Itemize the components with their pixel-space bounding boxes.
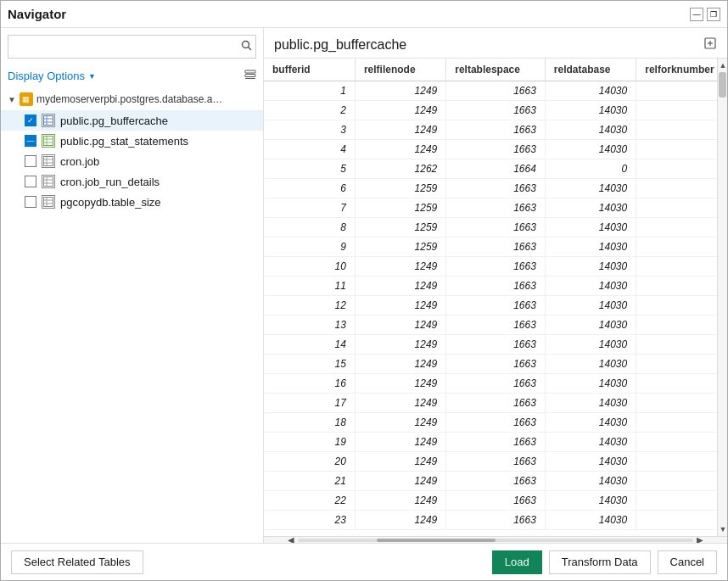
table-row: 5126216640	[264, 159, 717, 179]
tree-item-pg-buffercache[interactable]: ✓ public.pg_buffercache	[1, 110, 263, 131]
table-cell: 17	[264, 394, 355, 413]
table-cell: 1663	[446, 101, 546, 120]
col-reldatabase: reldatabase	[545, 59, 636, 81]
table-cell: 14030	[545, 472, 636, 491]
table-cell: 1262	[355, 159, 445, 179]
table-cell	[636, 277, 717, 296]
table-cell	[636, 237, 717, 257]
table-row: 211249166314030	[264, 472, 717, 491]
checkbox-cron-job-run[interactable]	[25, 176, 36, 187]
table-cell	[636, 394, 717, 413]
table-cell	[636, 335, 717, 355]
checkbox-pg-stat-statements[interactable]: —	[25, 135, 36, 147]
table-cell: 1663	[446, 316, 546, 335]
table-cell: 14030	[545, 511, 636, 530]
search-icon	[241, 40, 252, 53]
scroll-right-button[interactable]: ▶	[693, 535, 707, 543]
restore-button[interactable]: ❐	[707, 8, 720, 21]
table-row: 221249166314030	[264, 491, 717, 511]
table-row: 181249166314030	[264, 413, 717, 433]
svg-rect-9	[44, 137, 53, 146]
chevron-down-icon: ▼	[88, 72, 96, 81]
display-options-button[interactable]: Display Options ▼	[8, 70, 96, 82]
table-row: 91259166314030	[264, 237, 717, 257]
svg-rect-13	[44, 157, 53, 166]
table-cell: 23	[264, 511, 355, 530]
footer: Select Related Tables Load Transform Dat…	[1, 543, 727, 580]
table-cell: 1663	[446, 218, 546, 237]
table-cell: 14030	[545, 140, 636, 159]
table-icon-pg-stat-statements	[42, 134, 55, 148]
table-cell: 1663	[446, 472, 546, 491]
table-cell: 1249	[355, 120, 445, 140]
window-controls: — ❐	[690, 8, 720, 21]
preview-export-icon[interactable]	[703, 36, 717, 53]
tree-server[interactable]: ▼ ▦ mydemoserverpbi.postgres.database.az…	[1, 88, 263, 110]
load-button[interactable]: Load	[492, 550, 542, 574]
checkbox-cron-job[interactable]	[25, 155, 36, 167]
table-cell	[636, 159, 717, 179]
scroll-left-button[interactable]: ◀	[284, 535, 298, 543]
search-box	[8, 35, 256, 59]
table-cell	[636, 452, 717, 472]
search-input[interactable]	[8, 35, 256, 59]
table-row: 201249166314030	[264, 452, 717, 472]
vertical-scrollbar[interactable]: ▲ ▼	[717, 59, 727, 536]
select-related-tables-button[interactable]: Select Related Tables	[11, 550, 143, 574]
server-label: mydemoserverpbi.postgres.database.azure.…	[36, 93, 223, 105]
minimize-button[interactable]: —	[690, 8, 703, 21]
data-table-container[interactable]: bufferid relfilenode reltablespace relda…	[264, 58, 727, 536]
checkbox-pgcopydb[interactable]	[25, 196, 36, 208]
col-reltablespace: reltablespace	[446, 59, 546, 81]
table-cell: 1663	[446, 491, 546, 511]
tree-item-cron-job-run[interactable]: cron.job_run_details	[1, 171, 263, 192]
table-cell: 1249	[355, 472, 445, 491]
table-cell: 1249	[355, 81, 445, 101]
table-cell	[636, 101, 717, 120]
table-cell: 14030	[545, 296, 636, 316]
table-cell	[636, 257, 717, 277]
table-cell: 14030	[545, 237, 636, 257]
horizontal-scrollbar[interactable]: ◀ ▶	[264, 536, 727, 543]
server-icon: ▦	[20, 92, 33, 106]
svg-rect-4	[245, 78, 255, 79]
table-cell: 1249	[355, 433, 445, 452]
table-cell: 14030	[545, 452, 636, 472]
nav-icon-button[interactable]	[244, 69, 256, 83]
table-row: 11249166314030	[264, 81, 717, 101]
table-cell: 14030	[545, 257, 636, 277]
table-cell: 1	[264, 81, 355, 101]
tree-item-pg-stat-statements[interactable]: — public.pg_stat_statements	[1, 131, 263, 151]
table-row: 111249166314030	[264, 277, 717, 296]
left-panel: Display Options ▼ ▼ ▦ mydemoserverpbi.po…	[1, 28, 264, 543]
table-cell: 1663	[446, 452, 546, 472]
content-area: Display Options ▼ ▼ ▦ mydemoserverpbi.po…	[1, 28, 727, 543]
scroll-down-button[interactable]: ▼	[718, 522, 727, 536]
table-cell: 1663	[446, 237, 546, 257]
table-cell: 18	[264, 413, 355, 433]
scroll-up-button[interactable]: ▲	[718, 59, 727, 72]
table-cell	[636, 120, 717, 140]
table-cell	[636, 81, 717, 101]
tree-item-pgcopydb[interactable]: pgcopydb.table_size	[1, 192, 263, 212]
svg-rect-21	[44, 198, 53, 207]
svg-rect-17	[44, 177, 53, 187]
table-icon-cron-job-run	[42, 175, 55, 188]
cancel-button[interactable]: Cancel	[658, 550, 717, 574]
scroll-thumb[interactable]	[719, 72, 726, 98]
table-cell: 12	[264, 296, 355, 316]
table-cell: 2	[264, 101, 355, 120]
checkbox-pg-buffercache[interactable]: ✓	[25, 115, 36, 126]
table-cell	[636, 413, 717, 433]
table-cell: 1663	[446, 140, 546, 159]
table-cell: 1249	[355, 394, 445, 413]
table-row: 231249166314030	[264, 511, 717, 530]
table-cell: 9	[264, 237, 355, 257]
transform-data-button[interactable]: Transform Data	[549, 550, 651, 574]
table-cell: 14030	[545, 433, 636, 452]
tree-item-cron-job[interactable]: cron.job	[1, 151, 263, 171]
col-relforknumber: relforknumber	[636, 59, 717, 81]
table-cell: 1663	[446, 120, 546, 140]
expand-arrow-icon: ▼	[8, 95, 16, 104]
table-cell: 11	[264, 277, 355, 296]
